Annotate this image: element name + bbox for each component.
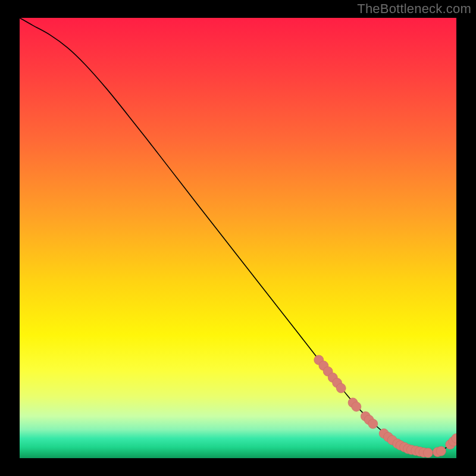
curve-marker xyxy=(368,419,378,428)
curve-marker xyxy=(423,448,433,458)
curve-marker xyxy=(336,383,346,393)
gradient-background xyxy=(20,18,456,458)
watermark-label: TheBottleneck.com xyxy=(357,1,471,17)
curve-marker xyxy=(436,446,446,456)
chart-frame: TheBottleneck.com xyxy=(0,0,476,476)
chart-svg xyxy=(20,18,456,458)
chart-plot-area xyxy=(20,18,456,458)
curve-marker xyxy=(352,402,361,411)
